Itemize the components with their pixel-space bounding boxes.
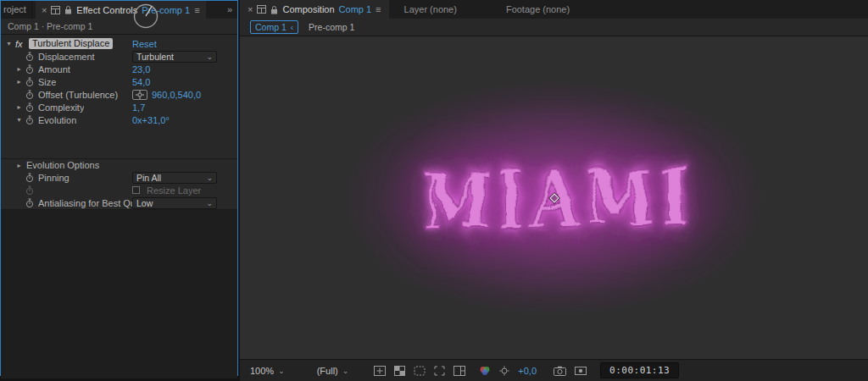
stopwatch-icon[interactable] bbox=[24, 52, 36, 62]
twirl-closed-icon[interactable]: ▸ bbox=[14, 65, 24, 73]
stopwatch-icon-disabled bbox=[24, 185, 36, 196]
resize-layer-checkbox[interactable] bbox=[132, 186, 140, 194]
param-row-pinning: Pinning Pin All⌄ bbox=[1, 171, 237, 184]
stopwatch-icon[interactable] bbox=[24, 198, 36, 208]
fx-badge-icon[interactable]: fx bbox=[15, 39, 27, 49]
antialiasing-dropdown[interactable]: Low⌄ bbox=[132, 197, 217, 209]
resize-layer-label: Resize Layer bbox=[147, 185, 201, 196]
mask-visibility-icon[interactable] bbox=[414, 366, 426, 376]
tab-bar-spacer bbox=[206, 1, 222, 19]
size-value[interactable]: 54,0 bbox=[132, 77, 150, 87]
evolution-dial[interactable] bbox=[132, 3, 159, 30]
panel-overflow-button[interactable]: » bbox=[222, 1, 237, 19]
composition-panel: × Composition Comp 1 ≡ Layer (none) Foot… bbox=[240, 0, 868, 381]
group-label[interactable]: Evolution Options bbox=[26, 160, 99, 170]
param-row-displacement: Displacement Turbulent⌄ bbox=[1, 50, 237, 63]
chevron-down-icon: ⌄ bbox=[206, 174, 213, 182]
panel-title: Composition bbox=[282, 4, 334, 14]
snapshot-camera-icon[interactable] bbox=[554, 366, 566, 376]
stopwatch-icon[interactable] bbox=[24, 90, 36, 100]
stopwatch-icon[interactable] bbox=[24, 77, 36, 87]
grid-guides-icon[interactable] bbox=[374, 366, 386, 376]
zoom-dropdown[interactable]: 100%⌄ bbox=[247, 366, 288, 376]
chevron-down-icon: ⌄ bbox=[278, 367, 285, 375]
position-picker-icon[interactable] bbox=[132, 90, 147, 100]
param-row-evolution: ▾ Evolution 0x+31,0° bbox=[1, 113, 237, 126]
param-label: Size bbox=[38, 77, 56, 87]
displacement-dropdown[interactable]: Turbulent⌄ bbox=[132, 51, 217, 63]
param-row-complexity: ▸ Complexity 1,7 bbox=[1, 101, 237, 113]
stopwatch-icon[interactable] bbox=[24, 173, 36, 183]
param-row-antialiasing: Antialiasing for Best Qua Low⌄ bbox=[1, 196, 237, 209]
param-label: Evolution bbox=[38, 115, 76, 125]
tab-composition[interactable]: × Composition Comp 1 ≡ bbox=[240, 0, 389, 19]
offset-value[interactable]: 960,0,540,0 bbox=[152, 90, 201, 100]
param-label: Amount bbox=[38, 64, 70, 75]
left-tab-bar: roject × Effect Controls Pre-comp 1 ≡ » bbox=[1, 1, 237, 19]
right-tab-bar: × Composition Comp 1 ≡ Layer (none) Foot… bbox=[240, 0, 868, 19]
chevron-down-icon: ⌄ bbox=[206, 52, 213, 61]
subtab-comp1[interactable]: Comp 1 ‹ bbox=[250, 20, 298, 34]
complexity-value[interactable]: 1,7 bbox=[132, 102, 145, 113]
panel-grid-icon bbox=[257, 5, 266, 14]
twirl-closed-icon[interactable]: ▸ bbox=[14, 103, 24, 111]
chevron-down-icon: ⌄ bbox=[342, 367, 349, 375]
effect-name[interactable]: Turbulent Displace bbox=[29, 38, 113, 49]
tab-footage[interactable]: Footage (none) bbox=[506, 0, 570, 19]
close-icon[interactable]: × bbox=[42, 5, 47, 15]
panel-menu-icon[interactable]: ≡ bbox=[194, 5, 199, 15]
twirl-open-icon[interactable]: ▾ bbox=[14, 116, 24, 124]
param-label: Offset (Turbulence) bbox=[38, 90, 118, 100]
tab-effect-controls[interactable]: × Effect Controls Pre-comp 1 ≡ bbox=[36, 1, 206, 19]
panel-menu-icon[interactable]: ≡ bbox=[376, 4, 381, 14]
composition-subtabs: Comp 1 ‹ Pre-comp 1 bbox=[240, 19, 868, 36]
param-label: Pinning bbox=[38, 173, 70, 183]
param-row-resize-layer: Resize Layer bbox=[1, 184, 237, 196]
pinning-dropdown[interactable]: Pin All⌄ bbox=[132, 172, 217, 184]
composition-viewport[interactable]: MIAMI bbox=[240, 36, 868, 359]
twirl-closed-icon[interactable]: ▸ bbox=[14, 162, 24, 169]
evolution-dial-row bbox=[1, 126, 237, 158]
amount-value[interactable]: 23,0 bbox=[132, 64, 150, 75]
channels-icon[interactable] bbox=[479, 366, 491, 376]
fast-previews-icon[interactable] bbox=[499, 366, 509, 376]
chevron-down-icon: ⌄ bbox=[206, 199, 213, 207]
panel-grid-icon bbox=[51, 6, 60, 14]
panel-empty-area bbox=[1, 209, 237, 378]
effect-controls-panel: roject × Effect Controls Pre-comp 1 ≡ » … bbox=[0, 0, 238, 376]
transparency-grid-icon[interactable] bbox=[394, 366, 405, 376]
app-window: roject × Effect Controls Pre-comp 1 ≡ » … bbox=[0, 0, 868, 381]
effect-header-row: ▾ fx Turbulent Displace Reset bbox=[1, 37, 237, 50]
param-row-offset: Offset (Turbulence) 960,0,540,0 bbox=[1, 88, 237, 101]
param-row-size: ▸ Size 54,0 bbox=[1, 75, 237, 88]
close-icon[interactable]: × bbox=[248, 4, 253, 14]
param-row-evolution-options: ▸ Evolution Options bbox=[1, 158, 237, 171]
stopwatch-icon[interactable] bbox=[24, 115, 36, 125]
stopwatch-icon[interactable] bbox=[24, 64, 36, 75]
twirl-closed-icon[interactable]: ▸ bbox=[14, 78, 24, 86]
subtab-precomp1[interactable]: Pre-comp 1 bbox=[309, 22, 354, 32]
param-row-amount: ▸ Amount 23,0 bbox=[1, 63, 237, 75]
reset-button[interactable]: Reset bbox=[132, 39, 157, 49]
panel-title: Effect Controls bbox=[76, 5, 137, 15]
timecode-display[interactable]: 0:00:01:13 bbox=[600, 362, 679, 378]
stopwatch-icon[interactable] bbox=[24, 102, 36, 113]
breadcrumb[interactable]: Comp 1 · Pre-comp 1 bbox=[1, 19, 237, 35]
viewport-toolbar: 100%⌄ (Full)⌄ bbox=[240, 359, 868, 381]
panel-title-comp: Comp 1 bbox=[339, 4, 372, 14]
tab-layer[interactable]: Layer (none) bbox=[404, 0, 457, 19]
exposure-value[interactable]: +0,0 bbox=[518, 366, 537, 376]
lock-icon[interactable] bbox=[64, 5, 72, 14]
param-label: Antialiasing for Best Qua bbox=[38, 198, 141, 208]
param-label: Complexity bbox=[38, 102, 84, 113]
evolution-value[interactable]: 0x+31,0° bbox=[132, 115, 170, 125]
tab-project-partial[interactable]: roject bbox=[1, 1, 32, 19]
back-icon[interactable]: ‹ bbox=[291, 23, 293, 32]
param-label: Displacement bbox=[38, 52, 95, 62]
show-snapshot-icon[interactable] bbox=[575, 366, 587, 376]
region-of-interest-icon[interactable] bbox=[434, 366, 445, 376]
resolution-dropdown[interactable]: (Full)⌄ bbox=[314, 366, 353, 376]
twirl-open-icon[interactable]: ▾ bbox=[4, 40, 14, 47]
lock-icon[interactable] bbox=[270, 5, 278, 14]
view-layout-icon[interactable] bbox=[453, 366, 465, 376]
